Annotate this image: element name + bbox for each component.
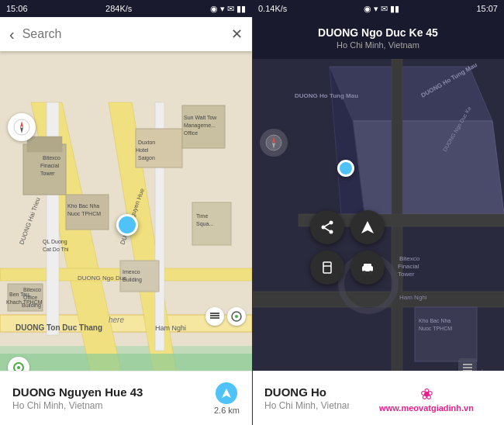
svg-rect-62 <box>415 307 477 361</box>
compass-left[interactable] <box>8 113 36 141</box>
svg-rect-9 <box>27 136 62 152</box>
svg-rect-89 <box>463 367 472 368</box>
svg-text:Cat Do Thi: Cat Do Thi <box>43 247 69 252</box>
svg-text:Office: Office <box>23 295 37 300</box>
search-bar: ‹ ✕ <box>0 17 252 51</box>
right-header: DUONG Ngo Duc Ke 45 Ho Chi Minh, Vietnam <box>252 17 504 59</box>
right-header-title: DUONG Ngo Duc Ke 45 <box>318 26 438 39</box>
svg-rect-51 <box>210 313 219 314</box>
map-pin-left <box>116 214 138 236</box>
icons-right: ◉ ▾ ✉ ▮▮ <box>364 4 399 14</box>
left-card-subtitle: Ho Chi Minh, Vietnam <box>12 400 202 411</box>
watermark: ❀ www.meovatgiadinh.vn <box>349 371 504 425</box>
left-map[interactable]: DUONG Ton Duc Thang DUONG Hai Trieu DUON… <box>0 51 252 385</box>
svg-text:Ham Nghi: Ham Nghi <box>155 324 186 332</box>
navigate-button[interactable] <box>350 210 385 244</box>
action-buttons <box>310 210 385 285</box>
right-panel: DUONG Ngo Duc Ke 45 Ho Chi Minh, Vietnam… <box>252 0 504 425</box>
center-divider <box>252 0 253 425</box>
right-map[interactable]: Kho Bac Nha Nuoc TPHCM Bitexco Finacial … <box>252 59 504 385</box>
svg-marker-54 <box>222 389 231 398</box>
status-bar-left: 15:06 284K/s ◉ ▾ ✉ ▮▮ <box>0 0 252 17</box>
back-button[interactable]: ‹ <box>9 26 15 43</box>
svg-rect-88 <box>463 364 472 365</box>
status-bar-right: 0.14K/s ◉ ▾ ✉ ▮▮ 15:07 <box>252 0 504 17</box>
svg-text:Finacial: Finacial <box>40 163 60 168</box>
left-card-title: DUONG Nguyen Hue 43 <box>12 385 202 399</box>
svg-line-80 <box>323 227 331 232</box>
svg-text:DUONG Ngo Duc: DUONG Ngo Duc <box>78 275 126 282</box>
svg-text:Office: Office <box>184 130 198 136</box>
map-type-icon-left[interactable] <box>227 307 246 326</box>
drive-button[interactable] <box>350 251 385 285</box>
bottom-card-left-info: DUONG Nguyen Hue 43 Ho Chi Minh, Vietnam <box>12 385 202 411</box>
svg-rect-49 <box>210 315 219 316</box>
svg-point-48 <box>17 366 20 369</box>
svg-rect-85 <box>364 264 371 268</box>
distance-text: 2.6 km <box>214 406 240 415</box>
bookmark-button[interactable] <box>310 251 344 285</box>
svg-text:Nuoc TPHCM: Nuoc TPHCM <box>67 211 101 216</box>
watermark-text: www.meovatgiadinh.vn <box>379 403 474 413</box>
svg-text:Ham Nghi: Ham Nghi <box>399 294 427 301</box>
svg-text:Hotel: Hotel <box>136 147 149 153</box>
svg-point-53 <box>235 315 238 318</box>
svg-text:Time: Time <box>196 213 208 219</box>
svg-text:Nuoc TPHCM: Nuoc TPHCM <box>419 326 452 331</box>
map-pin-right <box>337 160 354 177</box>
here-logo-left: here <box>109 316 124 324</box>
close-button[interactable]: ✕ <box>231 26 243 43</box>
svg-point-87 <box>369 271 372 274</box>
svg-text:Sun Walt Tow: Sun Walt Tow <box>184 115 217 120</box>
svg-text:Imexco: Imexco <box>123 269 140 275</box>
svg-text:QL Duong: QL Duong <box>43 239 67 245</box>
share-button[interactable] <box>310 210 344 244</box>
map-controls-left <box>205 307 246 326</box>
svg-text:Duxton: Duxton <box>138 140 155 145</box>
svg-text:Bitexco: Bitexco <box>43 155 60 161</box>
time-left: 15:06 <box>6 4 28 13</box>
svg-text:Saigon: Saigon <box>138 155 155 161</box>
svg-rect-59 <box>252 292 504 307</box>
svg-text:Tower: Tower <box>398 271 415 278</box>
right-header-subtitle: Ho Chi Minh, Vietnam <box>337 40 419 50</box>
svg-marker-81 <box>361 221 374 233</box>
svg-rect-50 <box>210 317 219 319</box>
svg-line-79 <box>323 223 331 227</box>
svg-text:Bitexco: Bitexco <box>399 255 420 262</box>
svg-text:Tower: Tower <box>40 171 55 176</box>
layers-icon-left[interactable] <box>205 307 224 326</box>
time-right: 15:07 <box>476 4 498 13</box>
svg-text:Kho Bac Nha: Kho Bac Nha <box>67 203 99 209</box>
svg-text:Squa...: Squa... <box>196 221 213 227</box>
svg-text:DUONG Ho Tung Mau: DUONG Ho Tung Mau <box>295 92 358 99</box>
svg-text:Finacial: Finacial <box>398 263 419 270</box>
watermark-logo: ❀ <box>420 385 433 403</box>
icons-left: ◉ ▾ ✉ ▮▮ <box>210 4 246 14</box>
svg-text:Building: Building <box>123 277 142 283</box>
svg-point-86 <box>363 271 366 274</box>
bottom-card-distance: 2.6 km <box>214 382 240 415</box>
svg-text:Manageme...: Manageme... <box>184 123 216 129</box>
svg-rect-82 <box>323 262 331 273</box>
svg-text:DUONG Ton Duc Thang: DUONG Ton Duc Thang <box>16 323 102 332</box>
svg-text:Building: Building <box>22 302 41 309</box>
svg-text:Kho Bac Nha: Kho Bac Nha <box>419 318 450 323</box>
left-panel: ‹ ✕ <box>0 0 252 425</box>
search-input[interactable] <box>22 27 231 41</box>
compass-right[interactable] <box>260 129 288 157</box>
nav-arrow-left[interactable] <box>216 382 237 404</box>
network-left: 284K/s <box>105 4 132 13</box>
svg-marker-57 <box>353 121 504 214</box>
svg-text:Bitexco: Bitexco <box>23 287 41 292</box>
bottom-card-left: DUONG Nguyen Hue 43 Ho Chi Minh, Vietnam… <box>0 371 252 425</box>
network-right: 0.14K/s <box>258 4 287 13</box>
